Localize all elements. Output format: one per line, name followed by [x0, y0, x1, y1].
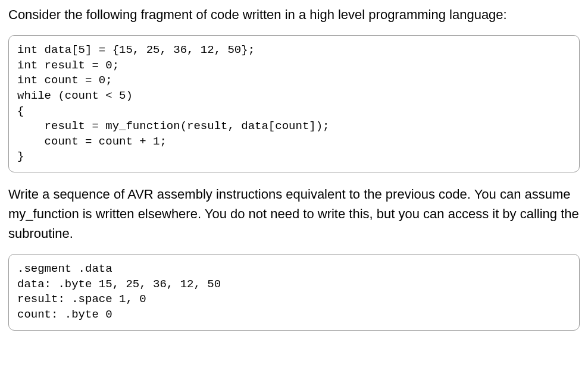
code-block-high-level: int data[5] = {15, 25, 36, 12, 50}; int … — [8, 35, 580, 172]
code-block-avr-assembly: .segment .data data: .byte 15, 25, 36, 1… — [8, 254, 580, 331]
intro-paragraph: Consider the following fragment of code … — [8, 5, 580, 24]
instruction-paragraph: Write a sequence of AVR assembly instruc… — [8, 184, 580, 243]
